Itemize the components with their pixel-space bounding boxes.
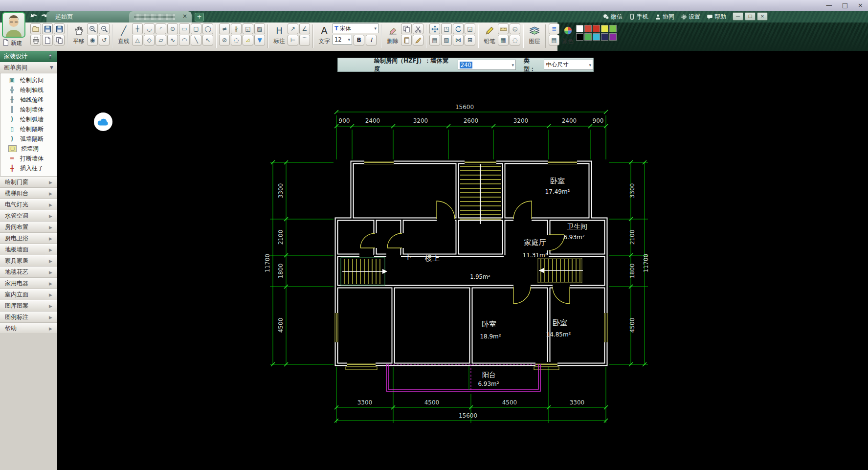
pin-icon[interactable]	[47, 54, 53, 60]
swatch-red[interactable]	[584, 25, 592, 32]
polygon-tool-button[interactable]: ◇	[144, 35, 155, 45]
avatar[interactable]	[2, 12, 25, 38]
app-minimize-button[interactable]: —	[733, 12, 743, 21]
fill-tool-button[interactable]: ▼	[254, 35, 265, 45]
triangle-tool-button[interactable]: △	[132, 35, 143, 45]
trim-tool-button[interactable]: ∦	[231, 23, 242, 34]
minimize-button[interactable]: —	[826, 1, 832, 10]
format-brush-button[interactable]	[413, 35, 423, 45]
line-tool[interactable]: ╱ 直线	[115, 23, 132, 45]
sidebar-group-doors-windows[interactable]: 绘制门窗▶	[0, 177, 57, 188]
swatch-purple[interactable]	[609, 33, 617, 41]
dimension-type-select[interactable]: 中心尺寸 ▾	[544, 60, 593, 70]
chamfer-tool-button[interactable]: ▨	[254, 23, 265, 34]
layers-tool[interactable]: 图层	[526, 23, 543, 45]
app-restore-button[interactable]: □	[745, 12, 756, 21]
collaborate-button[interactable]: 协同	[655, 13, 674, 21]
polyline-tool-button[interactable]: ◡	[144, 23, 155, 34]
close-button[interactable]: ×	[858, 1, 863, 10]
zoom-out-button[interactable]	[99, 23, 110, 34]
open-button[interactable]	[30, 23, 41, 34]
sidebar-group-electric-lighting[interactable]: 电气灯光▶	[0, 199, 57, 210]
arrow-tool-button[interactable]: ↖	[202, 35, 213, 45]
sidebar-item-draw-partition[interactable]: ▯绘制隔断	[0, 124, 57, 134]
delete-tool[interactable]: 删除	[384, 23, 401, 45]
tab-start-page[interactable]: 起始页	[46, 11, 137, 22]
sidebar-group-legend-annotation[interactable]: 图例标注▶	[0, 312, 57, 323]
cloud-app-icon[interactable]	[94, 112, 112, 131]
sidebar-group-carpet-floral[interactable]: 地毯花艺▶	[0, 267, 57, 278]
tab-close-icon[interactable]: ×	[181, 13, 189, 20]
export-button[interactable]	[42, 35, 53, 45]
sidebar-item-break-wall[interactable]: ═打断墙体	[0, 154, 57, 163]
app-close-button[interactable]: ×	[757, 12, 768, 21]
sidebar-group-kitchen-bath[interactable]: 厨电卫浴▶	[0, 233, 57, 244]
zoom-in-button[interactable]	[87, 23, 98, 34]
maximize-button[interactable]: □	[842, 1, 848, 10]
lasso-button[interactable]: ◌	[510, 35, 520, 45]
swatch-navy[interactable]	[601, 33, 608, 41]
sidebar-group-stairs-balcony[interactable]: 楼梯阳台▶	[0, 188, 57, 199]
sidebar-group-plumbing-ac[interactable]: 水管空调▶	[0, 210, 57, 222]
help-button[interactable]: 帮助	[707, 13, 726, 21]
new-file-button[interactable]: 新建	[2, 38, 22, 47]
wechat-button[interactable]: 微信	[603, 13, 623, 21]
rounded-rect-tool-button[interactable]: ▢	[191, 23, 201, 34]
pencil-tool[interactable]: 铅笔	[481, 23, 498, 45]
import-button[interactable]	[54, 35, 65, 45]
sidebar-group-floor-wall[interactable]: 地板墙面▶	[0, 244, 57, 255]
stamp-button[interactable]: ▧	[441, 35, 452, 45]
sidebar-group-interior-elevation[interactable]: 室内立面▶	[0, 289, 57, 300]
sidebar-item-draw-wall[interactable]: ║绘制墙体	[0, 105, 57, 114]
font-select[interactable]: T 宋体▾	[333, 23, 378, 33]
print-button[interactable]	[30, 35, 41, 45]
font-size-select[interactable]: 12▾	[333, 35, 352, 45]
measure-angle-button[interactable]: ◵	[510, 23, 520, 34]
break-tool-button[interactable]: ≠	[219, 23, 230, 34]
zoom-previous-button[interactable]: ↺	[99, 35, 110, 45]
dimension-tool[interactable]: H 标注	[271, 23, 288, 45]
fillet-tool-button[interactable]: ◱	[243, 23, 253, 34]
copy-button[interactable]	[401, 23, 412, 34]
settings-button[interactable]: 设置	[681, 13, 700, 21]
divide-tool-button[interactable]: ⊘	[219, 35, 230, 45]
clip-button[interactable]: ▤	[429, 35, 440, 45]
paste-button[interactable]	[401, 35, 412, 45]
save-as-button[interactable]	[54, 23, 65, 34]
measure-length-button[interactable]	[498, 23, 509, 34]
parallelogram-tool-button[interactable]: ▱	[156, 35, 166, 45]
move-button[interactable]	[429, 23, 440, 34]
sidebar-section-draw-room[interactable]: 画单房间 ▼	[0, 62, 57, 73]
new-tab-button[interactable]: +	[195, 13, 204, 22]
swatch-light-green[interactable]	[609, 25, 617, 32]
back-icon[interactable]	[28, 12, 38, 21]
ellipse-tool-button[interactable]: ◯	[202, 23, 213, 34]
sidebar-group-help[interactable]: 帮助▶	[0, 323, 57, 334]
arch-tool-button[interactable]: ◠	[179, 35, 190, 45]
zoom-window-button[interactable]: ◉	[87, 35, 98, 45]
rectangle-tool-button[interactable]: ▭	[179, 23, 190, 34]
swatch-cyan[interactable]	[593, 33, 600, 41]
radius-dim-button[interactable]: ⌒	[299, 35, 310, 45]
scale-button[interactable]: ◳	[441, 23, 452, 34]
wall-width-select[interactable]: 240 ▾	[458, 60, 516, 70]
sidebar-item-axis-offset[interactable]: ╫轴线偏移	[0, 95, 57, 105]
hatch-tool-button[interactable]: ⊿	[243, 35, 253, 45]
cut-dim-button[interactable]: ⊢	[288, 35, 298, 45]
sidebar-group-furniture[interactable]: 家具家居▶	[0, 255, 57, 267]
hatch-style-button[interactable]: ▤	[549, 35, 559, 45]
italic-button[interactable]: I	[366, 35, 377, 45]
dash-circle-tool-button[interactable]: ◌	[231, 35, 242, 45]
sidebar-item-draw-arc-wall[interactable]: )绘制弧墙	[0, 114, 57, 124]
angle-dim-button[interactable]: ∠	[299, 23, 310, 34]
sidebar-item-wall-hole[interactable]: ▢挖墙洞	[0, 144, 57, 154]
sidebar-item-arc-partition[interactable]: )弧墙隔断	[0, 134, 57, 144]
sidebar-group-appliances[interactable]: 家用电器▶	[0, 278, 57, 289]
swatch-black[interactable]	[576, 33, 583, 41]
mirror-button[interactable]: ⋈	[453, 35, 464, 45]
circle-tool-button[interactable]: ⊙	[167, 23, 178, 34]
array-button[interactable]: ⊞	[465, 35, 475, 45]
rotate-3d-button[interactable]: ◲	[465, 23, 475, 34]
sidebar-group-gallery-patterns[interactable]: 图库图案▶	[0, 300, 57, 312]
rotate-button[interactable]	[453, 23, 464, 34]
